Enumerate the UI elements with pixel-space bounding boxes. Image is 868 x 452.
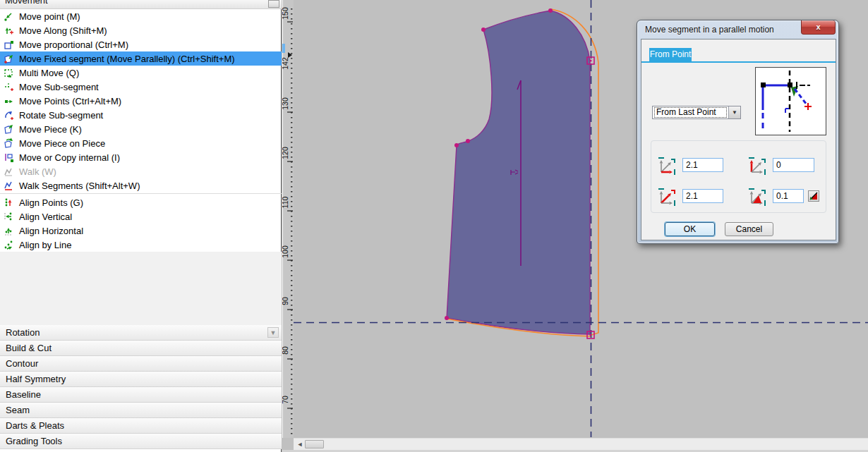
menu-item-move-fixed-segment[interactable]: Move Fixed segment (Move Parallelly) (Ct… xyxy=(0,51,282,66)
move-sub-segment-icon xyxy=(3,81,14,92)
dropdown-value: From Last Point xyxy=(655,108,726,117)
menu-item-move-piece-on-piece[interactable]: Move Piece on Piece xyxy=(0,136,282,150)
delta-y-input[interactable] xyxy=(773,158,814,172)
panel-section-header-movement[interactable]: Movement xyxy=(0,0,282,9)
section-label: Contour xyxy=(6,358,38,369)
section-header-contour[interactable]: Contour xyxy=(0,356,282,372)
tab-from-point[interactable]: From Point xyxy=(649,48,692,61)
menu-item-label: Align Horizontal xyxy=(19,226,83,236)
menu-empty-area xyxy=(0,252,282,325)
svg-text:80: 80 xyxy=(282,346,289,355)
move-proportional-icon xyxy=(3,39,14,50)
menu-item-align-by-line[interactable]: Align by Line xyxy=(0,238,282,252)
scrollbar-thumb[interactable] xyxy=(305,440,324,448)
menu-item-move-sub-segment[interactable]: Move Sub-segment xyxy=(0,80,282,94)
section-header-half-symmetry[interactable]: Half Symmetry xyxy=(0,372,282,387)
menu-item-move-along[interactable]: Move Along (Shift+M) xyxy=(0,23,282,37)
section-header-rotation[interactable]: Rotation▼ xyxy=(0,325,282,341)
axis-angle-icon xyxy=(747,185,769,207)
axis-dx-icon xyxy=(656,154,679,176)
section-label: Grading Tools xyxy=(6,436,62,446)
tab-underline xyxy=(641,61,836,63)
menu-item-label: Move proportional (Ctrl+M) xyxy=(19,39,128,50)
axis-distance-icon xyxy=(656,185,679,207)
tool-panel: Movement Move point (M)Move Along (Shift… xyxy=(0,0,282,452)
section-header-seam[interactable]: Seam xyxy=(0,403,282,418)
section-label: Build & Cut xyxy=(6,343,52,353)
move-fixed-segment-icon xyxy=(3,53,14,64)
cancel-button[interactable]: Cancel xyxy=(725,222,773,236)
axis-dy-icon xyxy=(747,154,769,176)
angle-picker-icon xyxy=(809,191,819,201)
menu-item-walk-segments[interactable]: Walk Segments (Shift+Alt+W) xyxy=(0,178,282,193)
section-label: Darts & Pleats xyxy=(6,420,64,431)
align-vertical-icon xyxy=(3,211,14,222)
chevron-down-icon[interactable]: ▼ xyxy=(728,106,740,118)
menu-item-move-copy-internal[interactable]: Move or Copy internal (I) xyxy=(0,150,282,164)
close-icon[interactable]: x xyxy=(801,20,836,35)
svg-text:90: 90 xyxy=(282,297,289,305)
menu-item-move-points[interactable]: Move Points (Ctrl+Alt+M) xyxy=(0,94,282,108)
svg-text:100: 100 xyxy=(282,245,289,258)
move-preview-diagram xyxy=(755,67,826,135)
menu-item-move-proportional[interactable]: Move proportional (Ctrl+M) xyxy=(0,37,282,51)
menu-item-label: Align Points (G) xyxy=(19,197,83,208)
axis-angle-icon xyxy=(747,185,769,207)
menu-item-move-point[interactable]: Move point (M) xyxy=(0,9,282,23)
svg-text:130: 130 xyxy=(282,97,289,110)
menu-item-label: Walk (W) xyxy=(19,166,56,177)
svg-text:142: 142 xyxy=(282,57,289,70)
svg-text:70: 70 xyxy=(282,396,289,404)
axis-dx-icon xyxy=(656,154,679,176)
section-header-build-cut[interactable]: Build & Cut xyxy=(0,341,282,356)
menu-item-label: Align Vertical xyxy=(19,212,72,222)
move-piece-icon xyxy=(3,123,14,135)
menu-item-align-horizontal[interactable]: Align Horizontal xyxy=(0,224,282,238)
svg-text:150: 150 xyxy=(282,7,289,20)
scroll-left-arrow-icon[interactable]: ◄ xyxy=(295,440,305,448)
move-copy-internal-icon xyxy=(3,152,14,163)
menu-item-label: Move Fixed segment (Move Parallelly) (Ct… xyxy=(19,54,235,64)
dialog-title: Move segment in a parallel motion xyxy=(645,25,774,35)
menu-item-label: Align by Line xyxy=(19,240,71,250)
dialog-content: From Point From Last Poin xyxy=(641,39,836,240)
menu-item-align-vertical[interactable]: Align Vertical xyxy=(0,209,282,224)
menu-item-move-piece[interactable]: Move Piece (K) xyxy=(0,122,282,136)
menu-item-label: Move point (M) xyxy=(19,11,80,22)
chevron-down-icon[interactable]: ▼ xyxy=(267,327,279,338)
angle-input[interactable] xyxy=(773,189,804,203)
menu-item-label: Move Along (Shift+M) xyxy=(19,25,107,36)
axis-distance-icon xyxy=(656,185,679,207)
delta-x-input[interactable] xyxy=(682,158,723,172)
menu-item-multi-move[interactable]: Multi Move (Q) xyxy=(0,66,282,80)
menu-item-label: Move Piece on Piece xyxy=(19,138,105,149)
walk-icon xyxy=(3,166,14,177)
section-header-grading-tools[interactable]: Grading Tools xyxy=(0,434,282,449)
section-header-darts-pleats[interactable]: Darts & Pleats xyxy=(0,418,282,434)
panel-header-label: Movement xyxy=(5,0,48,6)
axis-dy-icon xyxy=(747,154,769,176)
menu-item-walk[interactable]: Walk (W) xyxy=(0,164,282,178)
menu-item-label: Move or Copy internal (I) xyxy=(19,152,120,163)
menu-item-rotate-sub-segment[interactable]: Rotate Sub-segment xyxy=(0,108,282,122)
menu-item-align-points[interactable]: Align Points (G) xyxy=(0,195,282,209)
move-piece-on-piece-icon xyxy=(3,138,14,149)
menu-item-label: Move Points (Ctrl+Alt+M) xyxy=(19,96,121,106)
ok-button[interactable]: OK xyxy=(665,222,715,236)
section-label: Baseline xyxy=(6,389,41,400)
rotate-sub-segment-icon xyxy=(3,109,14,121)
move-point-icon xyxy=(3,11,14,22)
horizontal-scrollbar[interactable]: ◄ xyxy=(294,438,868,450)
menu-item-label: Multi Move (Q) xyxy=(19,68,79,78)
panel-scroll-up-button[interactable] xyxy=(268,0,279,8)
menu-item-label: Move Sub-segment xyxy=(19,82,99,92)
movement-menu: Move point (M)Move Along (Shift+M)Move p… xyxy=(0,9,282,255)
distance-input[interactable] xyxy=(682,189,723,203)
section-header-baseline[interactable]: Baseline xyxy=(0,387,282,403)
menu-item-label: Rotate Sub-segment xyxy=(19,110,103,121)
angle-picker-button[interactable] xyxy=(808,190,819,202)
move-points-icon xyxy=(3,95,14,106)
from-point-dropdown[interactable]: From Last Point ▼ xyxy=(652,106,741,119)
menu-item-label: Move Piece (K) xyxy=(19,124,82,135)
section-label: Half Symmetry xyxy=(6,374,66,384)
